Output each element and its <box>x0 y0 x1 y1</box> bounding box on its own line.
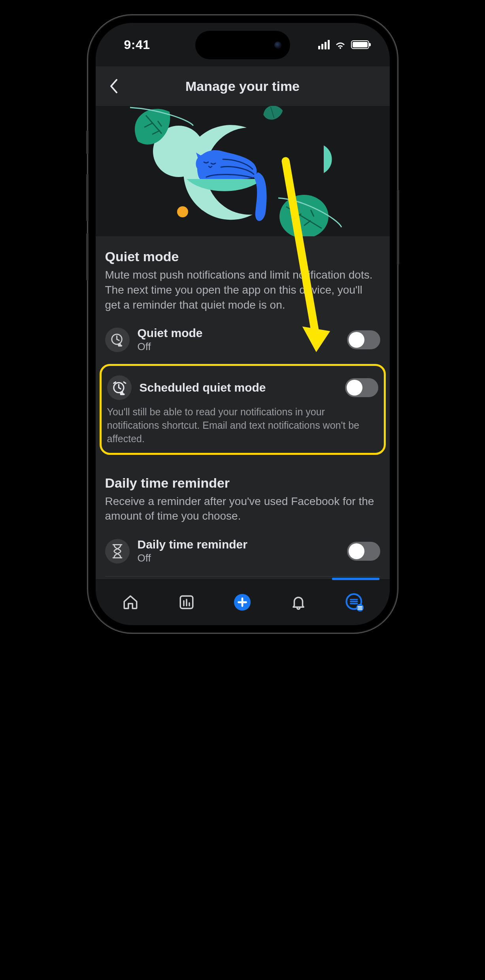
bell-icon <box>290 594 307 611</box>
nav-header: Manage your time <box>96 66 390 106</box>
quiet-mode-status: Off <box>138 341 339 353</box>
scheduled-label: Scheduled quiet mode <box>140 381 337 394</box>
daily-text: Daily time reminder Off <box>138 538 339 564</box>
side-button <box>86 174 89 221</box>
active-tab-indicator <box>332 578 379 580</box>
quiet-mode-label: Quiet mode <box>138 326 339 340</box>
svg-point-2 <box>279 195 328 236</box>
scheduled-note: You'll still be able to read your notifi… <box>107 405 378 445</box>
daily-label: Daily time reminder <box>138 538 339 551</box>
scheduled-text: Scheduled quiet mode <box>140 381 337 394</box>
cat-moon-illustration <box>96 106 390 236</box>
home-tab[interactable] <box>121 592 140 612</box>
battery-icon <box>351 40 369 49</box>
daily-title: Daily time reminder <box>105 475 380 491</box>
screen: 9:41 Manage your time <box>96 23 390 625</box>
svg-point-1 <box>177 206 188 217</box>
cellular-icon <box>318 40 330 49</box>
notifications-tab[interactable] <box>289 592 308 612</box>
daily-status: Off <box>138 552 339 564</box>
hourglass-icon <box>105 539 130 564</box>
create-tab[interactable] <box>232 592 252 612</box>
side-button <box>86 130 89 154</box>
daily-description: Receive a reminder after you've used Fac… <box>105 494 380 524</box>
dynamic-island <box>195 31 290 59</box>
daily-toggle[interactable] <box>347 542 380 561</box>
feeds-icon <box>178 594 195 611</box>
alarm-clock-moon-icon <box>107 375 132 400</box>
front-camera-icon <box>274 41 281 49</box>
quiet-mode-section: Quiet mode Mute most push notifications … <box>96 236 390 579</box>
content: Quiet mode Mute most push notifications … <box>96 106 390 579</box>
hero-illustration <box>96 106 390 236</box>
quiet-mode-description: Mute most push notifications and limit n… <box>105 268 380 312</box>
home-icon <box>122 594 139 611</box>
moon-clock-icon <box>105 328 130 352</box>
scheduled-quiet-mode-row[interactable]: Scheduled quiet mode <box>107 371 378 405</box>
daily-reminder-section: Daily time reminder Receive a reminder a… <box>105 455 380 579</box>
daily-reminder-row[interactable]: Daily time reminder Off <box>105 530 380 572</box>
side-button <box>86 233 89 281</box>
status-time: 9:41 <box>124 38 150 52</box>
scheduled-toggle[interactable] <box>345 378 378 397</box>
plus-circle-icon <box>233 593 251 611</box>
status-icons <box>318 40 369 49</box>
bottom-tab-bar <box>96 579 390 625</box>
phone-frame: 9:41 Manage your time <box>89 16 397 632</box>
quiet-mode-row[interactable]: Quiet mode Off <box>105 318 380 361</box>
menu-tab[interactable] <box>345 592 364 612</box>
wifi-icon <box>334 40 346 49</box>
chevron-left-icon <box>109 79 118 93</box>
quiet-mode-toggle[interactable] <box>347 330 380 349</box>
quiet-mode-text: Quiet mode Off <box>138 326 339 353</box>
page-title: Manage your time <box>104 79 382 94</box>
quiet-mode-title: Quiet mode <box>105 249 380 264</box>
scheduled-quiet-mode-highlight: Scheduled quiet mode You'll still be abl… <box>100 364 386 454</box>
back-button[interactable] <box>105 77 123 95</box>
menu-profile-icon <box>345 593 364 612</box>
feeds-tab[interactable] <box>177 592 196 612</box>
divider <box>105 576 380 577</box>
side-button <box>397 190 399 265</box>
